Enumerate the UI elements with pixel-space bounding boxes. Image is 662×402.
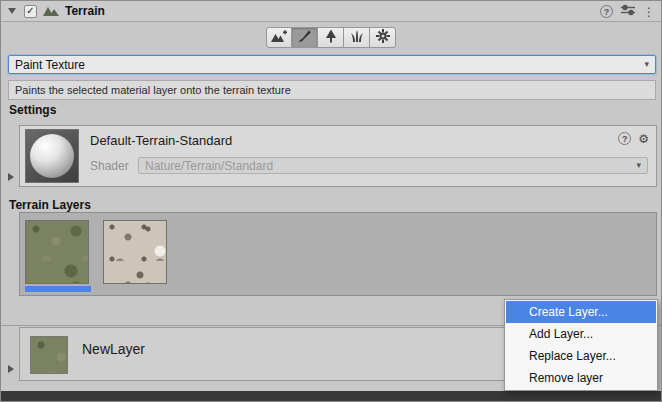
tree-icon	[324, 29, 338, 46]
shader-dropdown[interactable]: Nature/Terrain/Standard ▾	[138, 157, 648, 174]
terrain-layer-rock-thumbnail[interactable]	[103, 220, 167, 284]
check-icon: ✓	[26, 6, 34, 16]
menu-item-create-layer[interactable]: Create Layer...	[506, 301, 656, 323]
tool-terrain-settings-button[interactable]	[370, 27, 396, 48]
component-title: Terrain	[65, 4, 105, 18]
terrain-layers-section-label: Terrain Layers	[9, 198, 91, 212]
paint-mode-dropdown[interactable]: Paint Texture ▾	[8, 55, 656, 74]
mountain-plus-icon	[271, 29, 287, 46]
terrain-layers-palette	[19, 212, 657, 296]
terrain-component-icon	[43, 5, 59, 17]
layer-context-menu: Create Layer... Add Layer... Replace Lay…	[504, 299, 658, 391]
terrain-material-element: Default-Terrain-Standard ? ⚙ Shader Natu…	[19, 125, 657, 187]
material-preview-thumbnail[interactable]	[25, 129, 79, 183]
menu-item-replace-layer[interactable]: Replace Layer...	[506, 345, 656, 367]
new-layer-name: NewLayer	[82, 341, 145, 357]
help-box-text: Paints the selected material layer onto …	[15, 84, 291, 96]
new-layer-foldout-collapsed-icon[interactable]	[8, 365, 14, 373]
menu-item-add-layer[interactable]: Add Layer...	[506, 323, 656, 345]
chevron-down-icon: ▾	[636, 161, 641, 170]
help-box: Paints the selected material layer onto …	[8, 80, 656, 100]
gear-icon	[376, 29, 390, 46]
settings-section-label: Settings	[9, 103, 56, 117]
tool-paint-terrain-button[interactable]	[292, 27, 318, 48]
terrain-inspector-panel: ✓ Terrain ? ⋮	[0, 0, 662, 402]
shader-value: Nature/Terrain/Standard	[145, 159, 273, 173]
terrain-tool-toolbar	[1, 27, 661, 48]
material-help-icon[interactable]: ?	[618, 132, 631, 145]
window-bottom-edge	[1, 391, 661, 401]
tool-paint-trees-button[interactable]	[318, 27, 344, 48]
material-foldout-collapsed-icon[interactable]	[8, 173, 14, 181]
selected-layer-indicator	[25, 286, 91, 292]
chevron-down-icon: ▾	[644, 60, 649, 69]
terrain-layer-grass-thumbnail[interactable]	[25, 220, 89, 284]
material-name: Default-Terrain-Standard	[90, 133, 232, 148]
tool-paint-details-button[interactable]	[344, 27, 370, 48]
material-gear-icon[interactable]: ⚙	[638, 133, 649, 145]
grass-details-icon	[350, 29, 364, 46]
paint-mode-value: Paint Texture	[15, 58, 85, 72]
component-enabled-checkbox[interactable]: ✓	[24, 5, 37, 18]
new-layer-thumbnail[interactable]	[30, 336, 68, 374]
foldout-expanded-icon[interactable]	[8, 8, 16, 14]
component-header: ✓ Terrain ? ⋮	[1, 1, 661, 22]
kebab-menu-icon[interactable]: ⋮	[643, 6, 655, 18]
help-icon[interactable]: ?	[600, 5, 613, 18]
material-sphere-preview	[30, 134, 74, 178]
menu-item-remove-layer[interactable]: Remove layer	[506, 367, 656, 389]
shader-row: Shader Nature/Terrain/Standard ▾	[90, 157, 648, 174]
tool-create-neighbor-button[interactable]	[266, 27, 292, 48]
presets-icon[interactable]	[621, 4, 635, 19]
shader-label: Shader	[90, 159, 138, 173]
paint-brush-icon	[298, 29, 312, 46]
